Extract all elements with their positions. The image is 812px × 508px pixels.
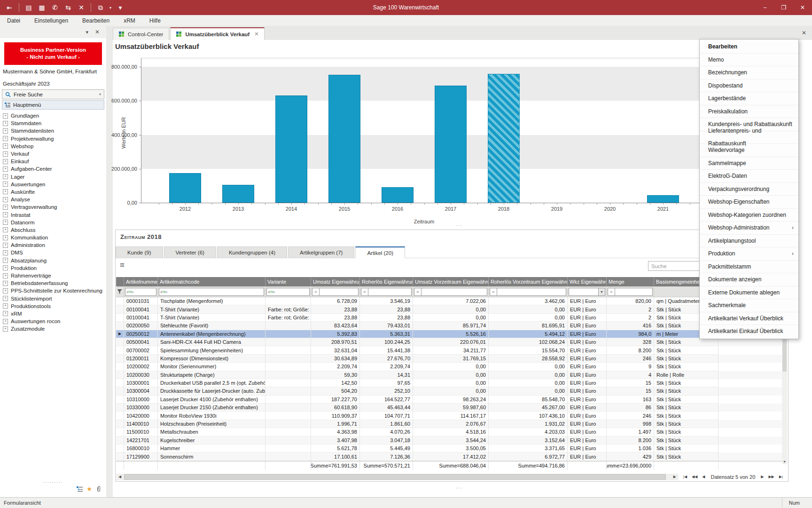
filter-equals-button[interactable]: = [608,288,615,296]
cell[interactable]: 11400010 [124,420,158,428]
cell[interactable]: 17.412,02 [413,452,489,460]
context-menu-item-produktion[interactable]: Produktion› [700,247,798,261]
cell[interactable]: 5.621,78 [311,444,360,452]
cell[interactable]: Stk | Stück [654,387,718,395]
expand-plus-icon[interactable]: + [3,121,8,126]
cell[interactable]: 114.167,17 [413,412,489,420]
hscroll-left-arrow-icon[interactable]: ◀ [116,474,124,480]
close-icon[interactable]: ✕ [95,29,100,35]
context-menu-item-packmittelstamm[interactable]: Packmittelstamm [700,261,798,274]
cell[interactable]: EUR | Euro [568,297,607,305]
expand-plus-icon[interactable]: + [3,151,8,157]
filter-equals-button[interactable]: = [414,288,421,296]
cell[interactable]: 220.076,01 [413,338,489,346]
cell[interactable]: 1.497 [607,428,654,436]
splitter-handle[interactable]: ......... [0,479,106,484]
calendar-icon[interactable]: ▦ [36,2,47,13]
context-menu-item-webshop-administration[interactable]: Webshop-Administration› [700,222,798,235]
cell[interactable]: EUR | Euro [568,305,607,313]
bottom-splitter[interactable]: ··· [106,486,812,490]
context-menu-item-memo[interactable]: Memo [700,54,798,67]
cell[interactable]: 1.036 [607,444,654,452]
table-row[interactable]: 00100041T-Shirt (Variante)Farbe: rot; Gr… [116,305,788,313]
cell[interactable]: Monitor (Seriennummer) [158,363,265,371]
expand-plus-icon[interactable]: + [3,273,8,278]
menu-bearbeiten[interactable]: Bearbeiten [75,17,117,24]
cell[interactable]: Kugelschreiber [158,437,265,444]
row-selector-cell[interactable] [116,314,124,322]
cell[interactable]: Stk | Stück [654,452,718,460]
cell[interactable]: 0,00 [489,371,568,379]
cell[interactable]: 00700002 [124,346,158,354]
sidebar-item-produktion[interactable]: +Produktion [3,264,106,272]
hscroll-track[interactable] [124,474,671,480]
expand-plus-icon[interactable]: + [3,128,8,134]
expand-plus-icon[interactable]: + [3,258,8,263]
cell[interactable]: 0,00 [413,371,489,379]
context-menu-item-webshop-kategorien-zuordnen[interactable]: Webshop-Kategorien zuordnen [700,209,798,222]
cell[interactable]: Tischplatte (Mengenformel) [158,297,265,305]
expand-plus-icon[interactable]: + [3,265,8,270]
cell[interactable]: 79.433,01 [360,322,413,330]
cell[interactable]: Stehleuchte (Favorit) [158,322,265,330]
sidebar-item-grundlagen[interactable]: +Grundlagen [3,112,106,119]
cell[interactable]: EUR | Euro [568,363,607,371]
sidebar-item-dms[interactable]: +DMS [3,249,106,256]
cell[interactable] [265,371,311,379]
cell[interactable]: 5.363,31 [360,330,413,338]
cell[interactable]: 17.100,61 [311,452,360,460]
cell[interactable]: 4.518,16 [413,428,489,436]
cell[interactable]: EUR | Euro [568,338,607,346]
row-selector-cell[interactable] [116,363,124,371]
row-selector-cell[interactable] [116,428,124,436]
bar-2013[interactable] [222,185,254,203]
cell[interactable]: EUR | Euro [568,355,607,363]
cell[interactable]: 7.126,36 [360,452,413,460]
context-menu-item-sammelmappe[interactable]: Sammelmappe [700,157,798,170]
cell[interactable]: Stk | Stück [654,363,718,371]
row-selector-cell[interactable] [116,297,124,305]
cell[interactable]: Farbe: rot; Größe: 38 [265,314,311,322]
tab-control-center[interactable]: Control-Center [113,28,169,40]
sidebar-item-pps-schnittstelle-zur-kostenrechnung[interactable]: +PPS-Schnittstelle zur Kostenrechnung [3,287,106,294]
row-selector-cell[interactable] [116,452,124,460]
cell[interactable]: 4 [607,371,654,379]
last-record-button[interactable]: ▶| [777,474,785,480]
cell[interactable]: 416 [607,322,654,330]
filter-number-input[interactable] [615,288,653,296]
free-search-combo[interactable]: Freie Suche ▾ [2,89,104,99]
expand-plus-icon[interactable]: + [3,303,8,309]
cell[interactable]: 2.076,67 [413,420,489,428]
cell[interactable]: Hammer [158,444,265,452]
expand-plus-icon[interactable]: + [3,220,8,225]
hscroll-right-arrow-icon[interactable]: ▶ [671,474,679,480]
cell[interactable]: 2 [607,305,654,313]
cell[interactable]: EUR | Euro [568,452,607,460]
cell[interactable]: 23,88 [311,305,360,313]
sidebar-item-projektverwaltung[interactable]: +Projektverwaltung [3,135,106,143]
expand-plus-icon[interactable]: + [3,143,8,149]
table-row[interactable]: 00200050Stehleuchte (Favorit)83.423,6479… [116,322,788,330]
cell[interactable]: Laserjet Drucker 2150 (Zubehör enthalten… [158,404,265,412]
column-header-umsatz-eigenw-hrung[interactable]: Umsatz Eigenwährung [311,277,360,286]
bar-2015[interactable] [328,75,360,203]
cell[interactable]: 6.728,09 [311,297,360,305]
hscroll-thumb[interactable] [124,474,666,480]
cell[interactable] [265,444,311,452]
sidebar-item-webshop[interactable]: +Webshop [3,143,106,150]
tab-close-icon[interactable]: ✕ [254,31,258,37]
bar-2014[interactable] [275,95,307,203]
menu-einstellungen[interactable]: Einstellungen [27,17,75,24]
sidebar-item-aufgaben-center[interactable]: +Aufgaben-Center [3,165,106,173]
cell[interactable]: 45.463,44 [360,404,413,412]
column-header-artikelnummer[interactable]: Artikelnummer [124,277,158,286]
cell[interactable]: 10200002 [124,363,158,371]
table-row[interactable]: 10420000Monitor RoboView 1930i110.909,37… [116,412,788,420]
cell[interactable]: EUR | Euro [568,404,607,412]
table-row[interactable]: 00500041Sani-HDR-CX 444 Full HD Camera20… [116,338,788,346]
sidebar-item-betriebsdatenerfassung[interactable]: +Betriebsdatenerfassung [3,279,106,287]
cell[interactable]: 00500041 [124,338,158,346]
first-record-button[interactable]: |◀ [681,474,689,480]
row-selector-cell[interactable] [116,387,124,395]
table-row[interactable]: 10330000Laserjet Drucker 2150 (Zubehör e… [116,404,788,412]
